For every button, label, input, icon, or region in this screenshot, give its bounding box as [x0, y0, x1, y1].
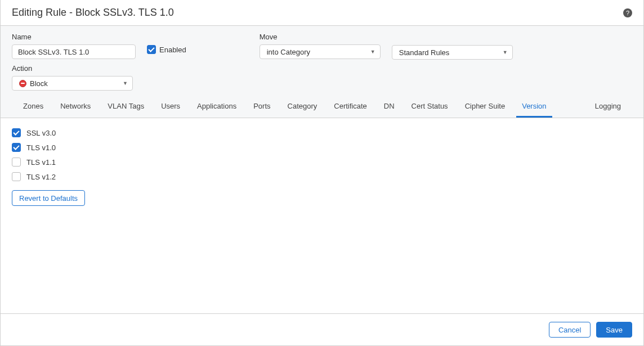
- move-select[interactable]: into Category ▼: [260, 44, 381, 59]
- enabled-label: Enabled: [159, 46, 186, 54]
- dialog-title: Editing Rule - Block SSLv3. TLS 1.0: [12, 7, 174, 19]
- version-item: SSL v3.0: [12, 128, 632, 137]
- action-field-group: Action Block ▼: [12, 64, 632, 91]
- revert-to-defaults-button[interactable]: Revert to Defaults: [12, 190, 85, 206]
- chevron-down-icon: ▼: [370, 49, 375, 55]
- dialog: Editing Rule - Block SSLv3. TLS 1.0 ? Na…: [0, 0, 644, 346]
- dialog-footer: Cancel Save: [1, 313, 643, 345]
- chevron-down-icon: ▼: [503, 50, 508, 55]
- block-icon: [19, 80, 26, 87]
- tab-category[interactable]: Category: [282, 97, 323, 118]
- version-item: TLS v1.0: [12, 143, 632, 152]
- name-input[interactable]: [12, 44, 136, 59]
- form-area: Name Enabled Move into Category ▼ Standa…: [1, 26, 643, 118]
- version-item: TLS v1.2: [12, 172, 632, 181]
- enabled-checkbox[interactable]: [147, 45, 156, 54]
- move-label: Move: [260, 33, 381, 41]
- category-field-group: Standard Rules ▼: [392, 33, 513, 60]
- action-select-value: Block: [30, 79, 48, 88]
- tab-dn[interactable]: DN: [378, 97, 400, 118]
- tab-certificate[interactable]: Certificate: [328, 97, 373, 118]
- tab-bar: ZonesNetworksVLAN TagsUsersApplicationsP…: [12, 98, 632, 118]
- version-label: TLS v1.0: [26, 143, 56, 152]
- action-select[interactable]: Block ▼: [12, 76, 133, 91]
- form-row-top: Name Enabled Move into Category ▼ Standa…: [12, 33, 632, 60]
- save-button[interactable]: Save: [596, 322, 632, 338]
- help-icon[interactable]: ?: [623, 8, 632, 17]
- tab-cert-status[interactable]: Cert Status: [406, 97, 454, 118]
- tab-users[interactable]: Users: [155, 97, 186, 118]
- enabled-toggle-group: Enabled: [147, 45, 186, 54]
- version-label: TLS v1.2: [26, 173, 56, 181]
- name-field-group: Name: [12, 33, 136, 59]
- tab-cipher-suite[interactable]: Cipher Suite: [459, 97, 511, 118]
- version-checkbox[interactable]: [12, 128, 21, 137]
- category-select[interactable]: Standard Rules ▼: [392, 45, 513, 60]
- tab-zones[interactable]: Zones: [17, 97, 49, 118]
- version-checkbox[interactable]: [12, 172, 21, 181]
- action-select-value-wrap: Block: [19, 79, 48, 88]
- category-select-value: Standard Rules: [399, 48, 450, 57]
- action-label: Action: [12, 64, 632, 73]
- tab-content-version: SSL v3.0TLS v1.0TLS v1.1TLS v1.2 Revert …: [1, 118, 643, 313]
- tab-applications[interactable]: Applications: [191, 97, 242, 118]
- name-label: Name: [12, 33, 136, 41]
- version-item: TLS v1.1: [12, 158, 632, 167]
- move-select-value: into Category: [267, 48, 310, 56]
- chevron-down-icon: ▼: [123, 80, 128, 86]
- versions-list: SSL v3.0TLS v1.0TLS v1.1TLS v1.2: [12, 128, 632, 181]
- version-label: TLS v1.1: [26, 158, 56, 167]
- version-checkbox[interactable]: [12, 158, 21, 167]
- version-label: SSL v3.0: [26, 129, 56, 137]
- tab-logging[interactable]: Logging: [589, 97, 627, 118]
- move-field-group: Move into Category ▼: [260, 33, 381, 59]
- cancel-button[interactable]: Cancel: [549, 322, 591, 338]
- tab-vlan-tags[interactable]: VLAN Tags: [102, 97, 150, 118]
- tab-version[interactable]: Version: [516, 97, 552, 118]
- dialog-header: Editing Rule - Block SSLv3. TLS 1.0 ?: [1, 0, 643, 26]
- version-checkbox[interactable]: [12, 143, 21, 152]
- tab-ports[interactable]: Ports: [248, 97, 276, 118]
- tab-networks[interactable]: Networks: [55, 97, 96, 118]
